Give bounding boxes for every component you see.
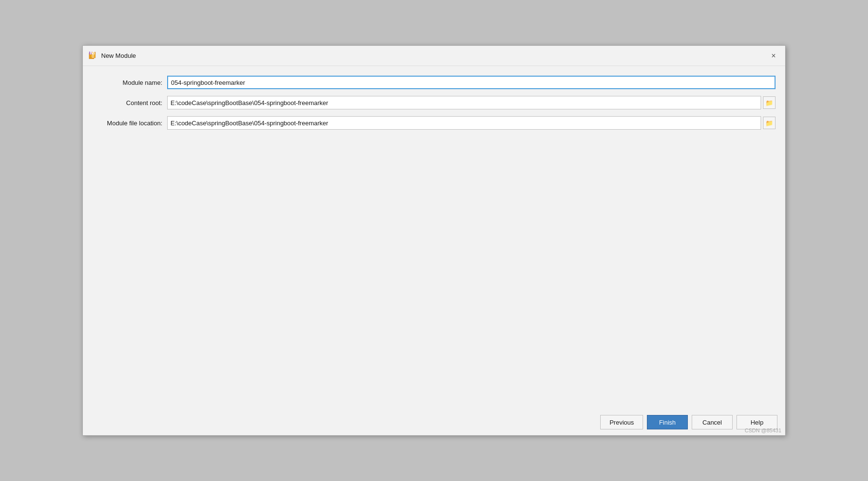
- dialog-body: Module name: Content root: 📁 Module file…: [83, 66, 785, 409]
- module-file-location-input[interactable]: [167, 116, 761, 130]
- svg-text:M: M: [90, 52, 95, 56]
- title-bar-left: M New Module: [89, 52, 136, 60]
- module-file-location-label: Module file location:: [92, 120, 167, 127]
- dialog-footer: Previous Finish Cancel Help: [83, 409, 785, 435]
- new-module-dialog: M New Module × Module name: Content root…: [82, 45, 786, 436]
- module-file-location-row: Module file location: 📁: [92, 116, 776, 130]
- watermark: CSDN @85431: [745, 428, 781, 433]
- finish-button[interactable]: Finish: [647, 415, 688, 429]
- title-bar: M New Module ×: [83, 46, 785, 66]
- module-name-row: Module name:: [92, 76, 776, 89]
- content-root-browse-button[interactable]: 📁: [763, 96, 776, 109]
- folder-icon: 📁: [765, 120, 773, 127]
- module-file-location-browse-button[interactable]: 📁: [763, 117, 776, 129]
- close-button[interactable]: ×: [768, 50, 779, 62]
- module-name-input[interactable]: [167, 76, 776, 89]
- svg-rect-4: [92, 57, 94, 58]
- module-name-label: Module name:: [92, 79, 167, 86]
- module-name-input-wrapper: [167, 76, 776, 89]
- dialog-title: New Module: [101, 52, 136, 59]
- cancel-button[interactable]: Cancel: [692, 415, 733, 429]
- module-icon: M: [89, 52, 97, 60]
- folder-icon: 📁: [765, 99, 773, 107]
- content-root-label: Content root:: [92, 99, 167, 107]
- content-root-input-wrapper: 📁: [167, 96, 776, 109]
- content-root-row: Content root: 📁: [92, 96, 776, 109]
- module-file-location-input-wrapper: 📁: [167, 116, 776, 130]
- previous-button[interactable]: Previous: [600, 415, 643, 429]
- content-root-input[interactable]: [167, 96, 761, 109]
